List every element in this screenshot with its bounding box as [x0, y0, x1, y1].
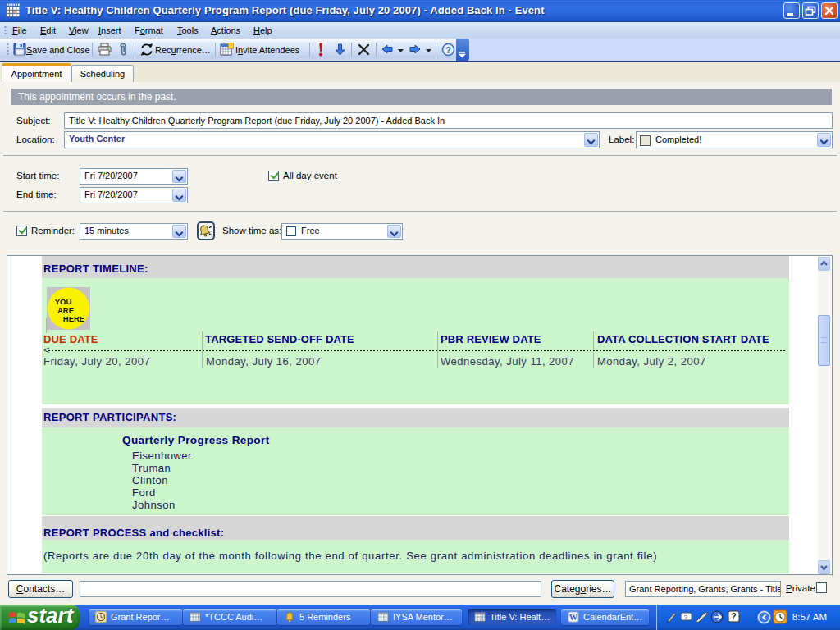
svg-text:?: ? [445, 45, 451, 55]
svg-text:HERE: HERE [63, 314, 84, 323]
svg-text:W: W [569, 613, 578, 622]
svg-text:?: ? [731, 612, 736, 621]
svg-text:?: ? [684, 614, 688, 621]
svg-text:ARE: ARE [57, 306, 74, 315]
svg-text:YOU: YOU [55, 297, 72, 306]
